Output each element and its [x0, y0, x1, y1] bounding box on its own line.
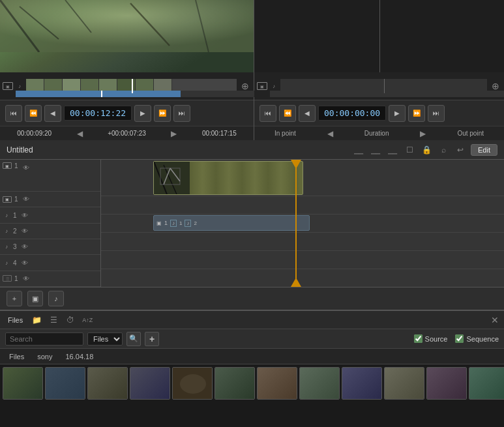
filmstrip-bar-left: ▣ ♪ ⊕	[0, 72, 254, 100]
breadcrumb-date[interactable]: 16.04.18	[61, 352, 97, 361]
track-row-a2	[101, 233, 504, 251]
step-fwd-btn-right[interactable]: ⏩	[408, 105, 425, 122]
track-content-a1[interactable]: ▣ 1 ♪ 1 ♪ 2	[101, 214, 504, 232]
track-label-sub1: ☰ 1 👁	[0, 271, 100, 287]
timeline-icon-group[interactable]: ☐	[403, 143, 416, 156]
audio-track-btn[interactable]: ♪	[48, 291, 64, 306]
track-row-a3	[101, 251, 504, 269]
timeline-icon-trim[interactable]: ⎯⎯	[369, 143, 382, 156]
track-content-a2[interactable]	[101, 233, 504, 250]
track-monitor-sub1[interactable]: ☰	[3, 275, 12, 282]
track-num-sub1: 1	[14, 275, 18, 282]
timecode-left: 00:00:12:22	[64, 106, 132, 121]
next-btn-right[interactable]: ⏭	[428, 105, 445, 122]
close-btn[interactable]: ✕	[491, 315, 499, 325]
play-btn-right[interactable]: ▶	[389, 105, 406, 122]
track-num-a1: 1	[13, 212, 17, 219]
audio-clip-a1[interactable]: ▣ 1 ♪ 1 ♪ 2	[153, 215, 310, 231]
add-track-btn[interactable]: +	[7, 291, 22, 306]
track-eye-a3[interactable]: 👁	[20, 242, 30, 252]
prev-btn-left[interactable]: ⏮	[5, 105, 22, 122]
nav-arrow-left[interactable]: ◀	[76, 129, 84, 138]
file-thumb-6[interactable]	[215, 367, 255, 400]
files-header: Files 📁 ☰ ⏱ A↑Z ✕	[0, 311, 504, 329]
track-label-v1: ▣ 1 👁	[0, 160, 100, 192]
track-eye-v1[interactable]: 👁	[21, 162, 31, 173]
out-point-arrow[interactable]: ▶	[419, 129, 427, 138]
step-back-btn-left[interactable]: ⏪	[25, 105, 42, 122]
svg-rect-0	[0, 0, 254, 52]
timeline-icon-cut[interactable]: ⎯⎯	[352, 143, 365, 156]
track-speaker-a2[interactable]: ♪	[3, 227, 10, 235]
file-thumb-9[interactable]	[342, 367, 382, 400]
track-eye-sub1[interactable]: 👁	[21, 273, 31, 284]
breadcrumb-files[interactable]: Files	[5, 352, 28, 361]
timeline-icon-zoom[interactable]: ⌕	[437, 143, 450, 156]
sequence-checkbox[interactable]	[455, 334, 464, 343]
next-btn-left[interactable]: ⏭	[173, 105, 190, 122]
track-monitor-v1[interactable]: ▣	[3, 162, 12, 169]
file-thumb-1[interactable]	[3, 367, 43, 400]
files-tab[interactable]: Files	[5, 315, 25, 325]
track-speaker-a1[interactable]: ♪	[3, 211, 10, 219]
prev-btn-right[interactable]: ⏮	[259, 105, 276, 122]
track-eye-a1[interactable]: 👁	[20, 210, 30, 220]
file-thumb-7[interactable]	[257, 367, 297, 400]
track-content-v2[interactable]	[101, 196, 504, 214]
breadcrumb-sony[interactable]: sony	[33, 352, 56, 361]
folder-icon[interactable]: 📁	[31, 314, 42, 326]
preview-video-left	[0, 0, 254, 72]
source-label: Source	[425, 335, 448, 343]
sort-icon[interactable]: A↑Z	[82, 314, 93, 326]
filmstrip-bar-right: ▣ ♪ ⊕	[254, 72, 504, 100]
file-thumb-10[interactable]	[384, 367, 424, 400]
audio-clip-speaker: ♪	[170, 220, 177, 227]
file-thumb-2[interactable]	[45, 367, 85, 400]
track-num-v2: 1	[14, 196, 18, 203]
track-content-a3[interactable]	[101, 251, 504, 269]
clock-icon[interactable]: ⏱	[65, 314, 76, 326]
sequence-checkbox-label[interactable]: Sequence	[455, 334, 499, 343]
step-back-btn-right[interactable]: ⏪	[279, 105, 296, 122]
nav-arrow-right[interactable]: ▶	[170, 129, 178, 138]
timeline-icon-lock[interactable]: 🔒	[420, 143, 433, 156]
list-icon[interactable]: ☰	[48, 314, 59, 326]
play-back-btn-left[interactable]: ◀	[44, 105, 61, 122]
track-content-v1[interactable]	[101, 160, 504, 196]
timeline-icon-split[interactable]: ⎯⎯	[386, 143, 399, 156]
track-speaker-a3[interactable]: ♪	[3, 243, 10, 251]
preview-video-right	[254, 0, 504, 72]
timeline-icon-undo[interactable]: ↩	[454, 143, 467, 156]
source-checkbox-label[interactable]: Source	[414, 334, 448, 343]
file-thumb-5[interactable]	[172, 367, 213, 400]
play-btn-left[interactable]: ▶	[134, 105, 151, 122]
track-eye-a2[interactable]: 👁	[20, 226, 30, 236]
file-thumb-8[interactable]	[299, 367, 340, 400]
files-dropdown[interactable]: Files	[87, 332, 123, 346]
track-num-a4: 4	[13, 259, 17, 267]
source-checkbox[interactable]	[414, 334, 422, 343]
video-clip[interactable]	[153, 161, 303, 195]
track-row-a1: ▣ 1 ♪ 1 ♪ 2	[101, 214, 504, 233]
edit-button[interactable]: Edit	[471, 144, 497, 156]
step-fwd-btn-left[interactable]: ⏩	[154, 105, 171, 122]
track-content-a4[interactable]	[101, 269, 504, 287]
audio-clip-num: 1	[164, 220, 168, 226]
file-thumb-11[interactable]	[426, 367, 467, 400]
track-speaker-a4[interactable]: ♪	[3, 259, 10, 267]
search-button[interactable]: 🔍	[126, 332, 141, 346]
in-point-arrow[interactable]: ◀	[326, 129, 334, 138]
track-eye-v2[interactable]: 👁	[21, 194, 31, 205]
track-monitor-v2[interactable]: ▣	[3, 196, 12, 203]
preview-section: ▣ ♪ ⊕ ⏮ ⏪ ◀	[0, 0, 504, 140]
play-back-btn-right[interactable]: ◀	[299, 105, 316, 122]
file-thumb-3[interactable]	[87, 367, 128, 400]
track-eye-a4[interactable]: 👁	[20, 258, 30, 268]
file-thumb-4[interactable]	[130, 367, 170, 400]
add-button[interactable]: +	[145, 332, 159, 346]
track-labels: ▣ 1 👁 ▣ 1 👁 ♪ 1 👁 ♪ 2 👁 ♪ 3	[0, 160, 101, 287]
file-thumb-12[interactable]	[469, 367, 504, 400]
in-point-label: In point	[274, 130, 296, 137]
search-input[interactable]	[5, 332, 83, 346]
video-track-btn[interactable]: ▣	[27, 291, 43, 306]
